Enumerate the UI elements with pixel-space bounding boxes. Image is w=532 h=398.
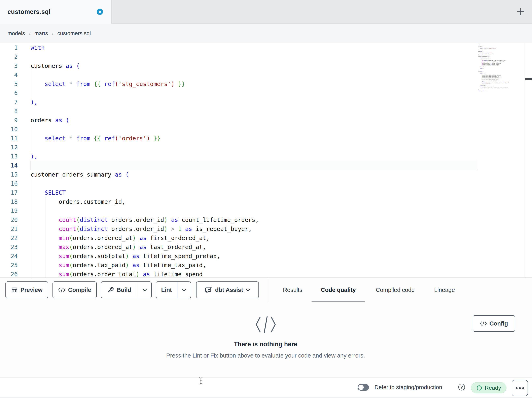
line-number: 5 (0, 79, 18, 89)
code-line[interactable]: count(distinct orders.order_id) as count… (31, 215, 259, 224)
code-line[interactable]: SELECT (31, 188, 66, 197)
line-number: 11 (0, 134, 18, 143)
more-options-button[interactable] (512, 380, 528, 396)
line-number: 12 (0, 143, 18, 152)
code-line[interactable]: customers as ( (31, 61, 80, 71)
line-number: 13 (0, 152, 18, 161)
editor-right-divider (525, 43, 525, 277)
code-line[interactable]: sum(orders.order_total) as lifetime_spen… (31, 270, 203, 277)
question-circle-icon[interactable]: ? (458, 383, 465, 391)
code-editor[interactable]: 1234567891011121314151617181920212223242… (0, 43, 532, 277)
code-line[interactable]: with (31, 43, 45, 52)
breadcrumb: models›marts›customers.sql (7, 24, 91, 43)
code-line[interactable]: select * from {{ ref('stg_customers') }} (31, 79, 185, 89)
breadcrumb-row: models›marts›customers.sql Save (0, 24, 532, 43)
line-number: 9 (0, 116, 18, 125)
line-number: 2 (0, 52, 18, 61)
minimap-content: with customers as ( select * from {{ ref… (478, 45, 525, 91)
breadcrumb-separator: › (52, 30, 53, 37)
line-number: 14 (0, 161, 18, 170)
ellipsis-icon (515, 387, 524, 389)
line-number: 17 (0, 188, 18, 197)
file-tab-title: customers.sql (7, 0, 51, 24)
editor-tab-bar: customers.sql (0, 0, 532, 24)
line-number: 21 (0, 224, 18, 234)
dbt-cloud-ide: customers.sql models›marts›customers.sql (0, 0, 532, 398)
line-number: 24 (0, 252, 18, 261)
code-brackets-icon (480, 321, 487, 326)
invocation-toolbar: Preview Compile Build (0, 277, 532, 302)
results-panel-tabs: ResultsCode qualityCompiled codeLineage (0, 278, 532, 302)
line-number: 26 (0, 270, 18, 277)
plus-icon (515, 7, 525, 17)
breadcrumb-item[interactable]: customers.sql (57, 30, 91, 37)
line-number: 7 (0, 98, 18, 107)
new-tab-button[interactable] (515, 7, 525, 17)
line-number: 6 (0, 89, 18, 98)
breadcrumb-separator: › (29, 30, 31, 37)
line-number: 22 (0, 234, 18, 243)
file-tab-customers-sql[interactable]: customers.sql (0, 0, 112, 24)
status-bar: Defer to staging/production ? Ready (0, 378, 532, 397)
panel-tab-lineage[interactable]: Lineage (428, 278, 461, 302)
code-line[interactable]: ), (31, 98, 38, 107)
code-line[interactable]: max(orders.ordered_at) as last_ordered_a… (31, 243, 206, 252)
code-line[interactable]: count(distinct orders.order_id) > 1 as i… (31, 224, 252, 234)
line-number: 15 (0, 170, 18, 179)
toggle-knob (358, 385, 364, 390)
empty-state-title: There is nothing here (0, 341, 532, 348)
config-button-label: Config (490, 320, 508, 327)
active-line-highlight (30, 161, 477, 170)
line-number: 8 (0, 107, 18, 116)
code-line[interactable]: select * from {{ ref('orders') }} (31, 134, 160, 143)
code-line[interactable]: sum(orders.tax_paid) as lifetime_tax_pai… (31, 261, 206, 270)
defer-toggle[interactable] (358, 384, 369, 391)
panel-tab-results[interactable]: Results (278, 278, 308, 302)
indent-guide (45, 206, 45, 215)
line-number: 4 (0, 71, 18, 79)
code-brackets-icon (255, 316, 277, 333)
breadcrumb-item[interactable]: marts (34, 30, 48, 37)
line-number: 19 (0, 206, 18, 215)
editor-minimap[interactable]: with customers as ( select * from {{ ref… (478, 45, 525, 93)
line-number: 20 (0, 215, 18, 224)
code-line[interactable]: customer_orders_summary as ( (31, 170, 129, 179)
status-badge-label: Ready (485, 385, 501, 391)
code-line[interactable]: ), (31, 152, 38, 161)
code-quality-panel: Config There is nothing here Press the L… (0, 302, 532, 378)
line-number: 18 (0, 197, 18, 206)
window-bottom-edge (0, 397, 532, 398)
panel-tab-code-quality[interactable]: Code quality (311, 278, 365, 302)
code-line[interactable]: sum(orders.subtotal) as lifetime_spend_p… (31, 252, 220, 261)
line-number: 25 (0, 261, 18, 270)
line-number: 10 (0, 125, 18, 134)
minimap-line: select * from joined (478, 91, 525, 91)
empty-state-subtitle: Press the Lint or Fix button above to ev… (0, 352, 532, 359)
line-number: 16 (0, 179, 18, 188)
config-button[interactable]: Config (473, 315, 515, 332)
status-badge: Ready (471, 382, 507, 393)
code-line[interactable]: orders as ( (31, 116, 69, 125)
unsaved-indicator-icon (97, 9, 103, 15)
code-line[interactable]: min(orders.ordered_at) as first_ordered_… (31, 234, 210, 243)
editor-scrollbar-thumb[interactable] (525, 78, 532, 80)
line-number: 3 (0, 61, 18, 71)
line-number: 1 (0, 43, 18, 52)
svg-text:?: ? (460, 385, 463, 389)
breadcrumb-item[interactable]: models (7, 30, 25, 37)
defer-label: Defer to staging/production (374, 378, 442, 397)
circle-outline-icon (476, 385, 482, 391)
panel-tab-compiled-code[interactable]: Compiled code (369, 278, 421, 302)
code-line[interactable]: orders.customer_id, (31, 197, 125, 206)
line-number: 23 (0, 243, 18, 252)
